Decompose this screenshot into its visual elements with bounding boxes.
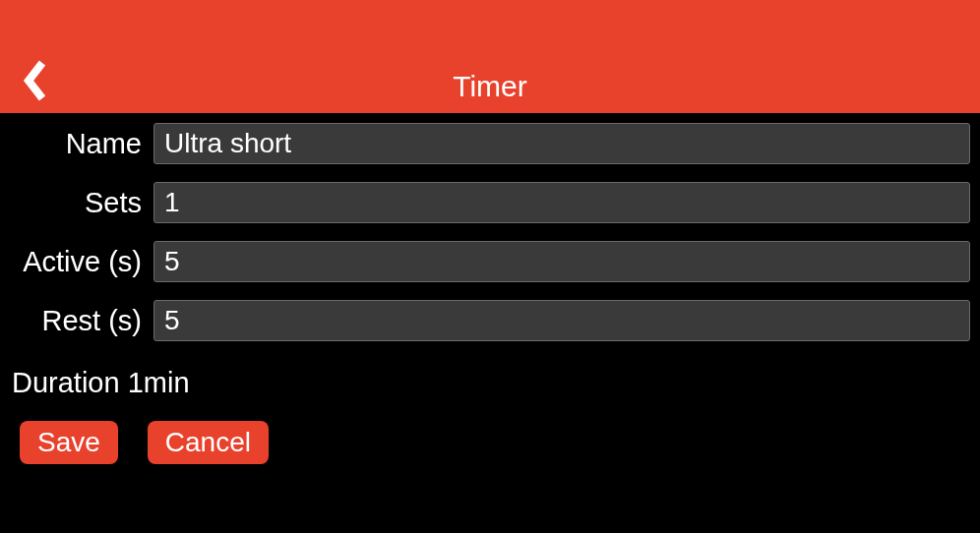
duration-value: 1min xyxy=(128,367,190,398)
name-row: Name xyxy=(6,123,970,164)
cancel-button[interactable]: Cancel xyxy=(148,421,269,464)
active-label: Active (s) xyxy=(6,246,153,278)
back-button[interactable] xyxy=(15,56,54,105)
header: Timer xyxy=(0,0,980,113)
duration-display: Duration 1min xyxy=(6,359,970,421)
sets-row: Sets xyxy=(6,182,970,223)
rest-input[interactable] xyxy=(153,300,970,341)
sets-input[interactable] xyxy=(153,182,970,223)
name-label: Name xyxy=(6,128,153,160)
back-chevron-icon xyxy=(23,59,46,102)
duration-label: Duration xyxy=(12,367,120,398)
save-button[interactable]: Save xyxy=(20,421,118,464)
active-input[interactable] xyxy=(153,241,970,282)
active-row: Active (s) xyxy=(6,241,970,282)
name-input[interactable] xyxy=(153,123,970,164)
rest-label: Rest (s) xyxy=(6,305,153,337)
rest-row: Rest (s) xyxy=(6,300,970,341)
sets-label: Sets xyxy=(6,187,153,219)
button-row: Save Cancel xyxy=(6,421,970,464)
page-title: Timer xyxy=(453,70,527,103)
timer-form: Name Sets Active (s) Rest (s) Duration 1… xyxy=(0,113,980,464)
